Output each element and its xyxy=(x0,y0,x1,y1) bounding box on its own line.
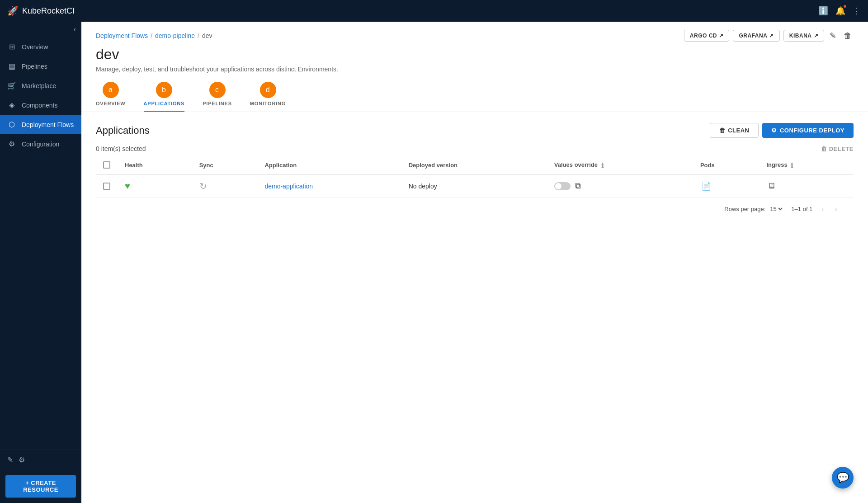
sidebar-footer: ✎ ⚙ xyxy=(0,450,81,470)
sidebar-item-label-pipelines: Pipelines xyxy=(22,63,47,70)
section-actions: 🗑 CLEAN ⚙ CONFIGURE DEPLOY xyxy=(710,123,854,138)
sync-icon: ↻ xyxy=(199,181,207,191)
values-override-info-icon[interactable]: ℹ xyxy=(601,162,604,169)
delete-page-button[interactable]: 🗑 xyxy=(842,29,854,42)
tabs: a OVERVIEW b APPLICATIONS c PIPELINES d … xyxy=(81,73,868,112)
tab-overview-circle: a xyxy=(103,82,119,98)
deployed-version-value: No deploy xyxy=(409,183,437,190)
tab-monitoring[interactable]: d MONITORING xyxy=(250,82,286,112)
header-actions: ARGO CD ↗ GRAFANA ↗ KIBANA ↗ ✎ 🗑 xyxy=(684,29,854,42)
col-sync: Sync xyxy=(192,156,258,174)
components-icon: ◈ xyxy=(7,101,16,109)
tab-monitoring-label: MONITORING xyxy=(250,101,286,106)
row-pods-cell: 📄 xyxy=(693,174,759,197)
argo-cd-label: ARGO CD xyxy=(690,33,717,39)
overview-icon: ⊞ xyxy=(7,42,16,51)
col-pods: Pods xyxy=(693,156,759,174)
top-header: 🚀 KubeRocketCI ℹ️ 🔔 ⋮ xyxy=(0,0,868,22)
sidebar-item-marketplace[interactable]: 🛒 Marketplace xyxy=(0,76,81,95)
table-header: Health Sync Application Deployed version xyxy=(96,156,854,174)
configure-deploy-button[interactable]: ⚙ CONFIGURE DEPLOY xyxy=(762,123,854,138)
next-page-button[interactable]: › xyxy=(833,203,839,215)
tab-applications[interactable]: b APPLICATIONS xyxy=(144,82,185,112)
row-health-cell: ♥ xyxy=(118,174,192,197)
configure-deploy-icon: ⚙ xyxy=(771,127,777,134)
ingress-icon[interactable]: 🖥 xyxy=(766,180,776,192)
col-values-override-label: Values override xyxy=(554,161,598,168)
selection-bar: 0 item(s) selected 🗑 DELETE xyxy=(96,145,854,152)
breadcrumb-dev: dev xyxy=(202,32,212,39)
tab-pipelines[interactable]: c PIPELINES xyxy=(203,82,232,112)
row-ingress-cell: 🖥 xyxy=(759,174,854,197)
header-checkbox-cell xyxy=(103,161,110,169)
table-row: ♥ ↻ demo-application No deploy xyxy=(96,174,854,197)
col-ingress-label: Ingress xyxy=(766,161,787,168)
sidebar-item-overview[interactable]: ⊞ Overview xyxy=(0,37,81,56)
clean-button[interactable]: 🗑 CLEAN xyxy=(710,123,759,138)
sidebar-item-configuration[interactable]: ⚙ Configuration xyxy=(0,134,81,154)
sidebar-item-deployment-flows[interactable]: ⬡ Deployment Flows xyxy=(0,115,81,134)
sidebar-item-pipelines[interactable]: ▤ Pipelines xyxy=(0,56,81,76)
row-checkbox[interactable] xyxy=(103,183,110,190)
applications-section: Applications 🗑 CLEAN ⚙ CONFIGURE DEPLOY … xyxy=(81,112,868,231)
sidebar-item-components[interactable]: ◈ Components xyxy=(0,95,81,115)
main-content: Deployment Flows / demo-pipeline / dev A… xyxy=(81,22,868,503)
clean-label: CLEAN xyxy=(728,127,749,134)
edit-page-button[interactable]: ✎ xyxy=(828,29,838,42)
marketplace-icon: 🛒 xyxy=(7,81,16,90)
more-menu-icon[interactable]: ⋮ xyxy=(853,6,861,16)
kibana-ext-icon: ↗ xyxy=(814,33,819,39)
argo-cd-ext-icon: ↗ xyxy=(719,33,724,39)
kibana-button[interactable]: KIBANA ↗ xyxy=(783,30,824,42)
configure-deploy-label: CONFIGURE DEPLOY xyxy=(780,127,844,134)
col-sync-label: Sync xyxy=(199,162,213,169)
chat-fab[interactable]: 💬 xyxy=(832,467,854,489)
row-sync-cell: ↻ xyxy=(192,174,258,197)
page-title-area: dev Manage, deploy, test, and troublesho… xyxy=(81,42,868,73)
table-body: ♥ ↻ demo-application No deploy xyxy=(96,174,854,197)
pipelines-icon: ▤ xyxy=(7,62,16,71)
tab-pipelines-circle: c xyxy=(209,82,226,98)
delete-label: DELETE xyxy=(829,146,854,152)
grafana-button[interactable]: GRAFANA ↗ xyxy=(733,30,779,42)
edit-icon[interactable]: ✎ xyxy=(7,456,13,464)
configuration-icon: ⚙ xyxy=(7,140,16,148)
prev-page-button[interactable]: ‹ xyxy=(820,203,826,215)
create-resource-button[interactable]: + CREATE RESOURCE xyxy=(5,475,76,498)
values-override-open-icon[interactable]: ⧉ xyxy=(574,180,582,192)
values-override-toggle[interactable] xyxy=(554,182,571,190)
col-application-label: Application xyxy=(264,162,297,169)
col-pods-label: Pods xyxy=(700,162,715,169)
row-deployed-version-cell: No deploy xyxy=(401,174,547,197)
rows-per-page-label: Rows per page: xyxy=(724,206,765,212)
pods-icon[interactable]: 📄 xyxy=(700,180,712,192)
col-application: Application xyxy=(257,156,401,174)
notification-badge: 🔔 xyxy=(835,6,845,16)
breadcrumb-demo-pipeline[interactable]: demo-pipeline xyxy=(155,32,195,39)
sidebar-collapse-button[interactable]: ‹ xyxy=(0,22,81,37)
tab-overview[interactable]: a OVERVIEW xyxy=(96,82,126,112)
argo-cd-button[interactable]: ARGO CD ↗ xyxy=(684,30,730,42)
rows-per-page-select[interactable]: 15 25 50 xyxy=(768,205,784,213)
delete-selected-button[interactable]: 🗑 DELETE xyxy=(821,146,854,152)
settings-icon[interactable]: ⚙ xyxy=(19,456,25,464)
section-title: Applications xyxy=(96,125,150,136)
page-subtitle: Manage, deploy, test, and troubleshoot y… xyxy=(96,66,854,73)
row-application-cell: demo-application xyxy=(257,174,401,197)
chat-icon: 💬 xyxy=(837,472,849,484)
breadcrumb-deployment-flows[interactable]: Deployment Flows xyxy=(96,32,148,39)
col-deployed-version-label: Deployed version xyxy=(409,162,458,169)
info-icon[interactable]: ℹ️ xyxy=(818,6,828,16)
app-logo: 🚀 xyxy=(7,5,19,16)
col-values-override: Values override ℹ xyxy=(547,156,693,174)
col-deployed-version: Deployed version xyxy=(401,156,547,174)
applications-table: Health Sync Application Deployed version xyxy=(96,156,854,198)
delete-icon: 🗑 xyxy=(821,146,827,152)
sidebar-nav: ⊞ Overview ▤ Pipelines 🛒 Marketplace ◈ C… xyxy=(0,37,81,450)
row-checkbox-cell xyxy=(96,174,118,197)
app-title: KubeRocketCI xyxy=(22,6,75,16)
row-checkbox-wrapper xyxy=(103,183,110,190)
ingress-info-icon[interactable]: ℹ xyxy=(791,162,793,169)
application-link[interactable]: demo-application xyxy=(264,183,313,190)
header-checkbox[interactable] xyxy=(103,161,110,169)
